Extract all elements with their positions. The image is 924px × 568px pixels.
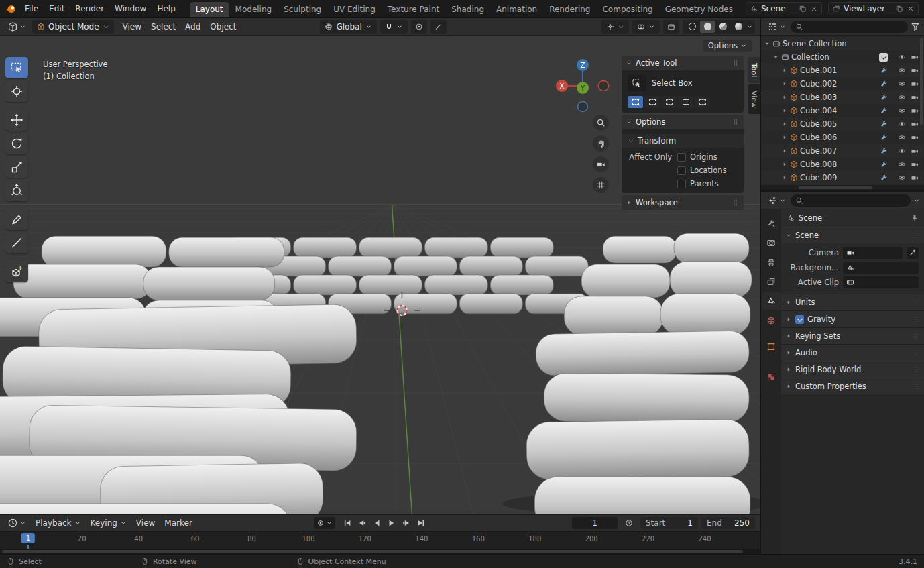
camera-view-icon[interactable]: [593, 156, 609, 172]
modifier-wrench-icon[interactable]: [880, 120, 888, 128]
modifier-wrench-icon[interactable]: [880, 160, 888, 168]
workspace-tab-uv-editing[interactable]: UV Editing: [327, 2, 382, 17]
blender-logo-icon[interactable]: [5, 3, 16, 15]
overlays-dropdown[interactable]: [632, 20, 660, 34]
grip-icon[interactable]: [732, 59, 740, 67]
checkbox-origins[interactable]: Origins: [677, 152, 738, 162]
rotate-tool[interactable]: [5, 133, 28, 154]
outliner-search-input[interactable]: [806, 22, 903, 31]
hide-eye-icon[interactable]: [898, 147, 906, 155]
tab-output[interactable]: [762, 253, 781, 271]
timeline-ruler[interactable]: 120406080100120140160180200220240: [0, 531, 760, 549]
section-checkbox[interactable]: [795, 315, 804, 324]
checkbox-locations[interactable]: Locations: [677, 166, 738, 175]
checkbox-box[interactable]: [677, 153, 686, 162]
active-tool-header[interactable]: Active Tool: [622, 56, 744, 70]
outliner-row-cube-008[interactable]: Cube.008: [761, 158, 924, 171]
camera-visibility-icon[interactable]: [911, 120, 919, 128]
section-header-audio[interactable]: Audio: [781, 345, 924, 361]
modifier-wrench-icon[interactable]: [880, 133, 888, 141]
tab-texture[interactable]: [762, 368, 781, 386]
checkbox-parents[interactable]: Parents: [677, 179, 738, 188]
outliner-row-scene-collection[interactable]: Scene Collection: [761, 37, 924, 50]
viewlayer-remove-icon[interactable]: [907, 5, 915, 13]
timeline-editor-type-button[interactable]: [5, 517, 28, 529]
shading-wireframe-button[interactable]: [685, 21, 699, 33]
properties-search[interactable]: [791, 194, 911, 207]
modifier-wrench-icon[interactable]: [880, 66, 888, 74]
prev-keyframe-button[interactable]: [355, 517, 369, 529]
shading-material-button[interactable]: [715, 21, 730, 33]
outliner-row-cube-006[interactable]: Cube.006: [761, 131, 924, 144]
disclosure-icon[interactable]: [764, 40, 772, 47]
xray-toggle[interactable]: [663, 20, 679, 34]
camera-visibility-icon[interactable]: [911, 107, 919, 115]
viewlayer-new-icon[interactable]: [895, 5, 903, 13]
menu-help[interactable]: Help: [152, 2, 180, 15]
outliner-row-cube-007[interactable]: Cube.007: [761, 144, 924, 158]
tab-object[interactable]: [762, 338, 781, 355]
checkbox-box[interactable]: [677, 166, 686, 175]
checkbox-box[interactable]: [677, 180, 686, 188]
viewlayer-selector[interactable]: ViewLayer: [828, 2, 919, 15]
jump-to-end-button[interactable]: [414, 517, 428, 529]
hide-eye-icon[interactable]: [898, 174, 906, 182]
modifier-wrench-icon[interactable]: [880, 147, 888, 155]
properties-editor-type-button[interactable]: [765, 194, 788, 207]
shading-rendered-button[interactable]: [731, 21, 746, 33]
workspace-tab-compositing[interactable]: Compositing: [596, 2, 658, 17]
auto-keying-button[interactable]: [314, 517, 335, 529]
proportional-edit-toggle[interactable]: [411, 20, 427, 34]
outliner-hscrollbar[interactable]: [761, 185, 924, 190]
eyedropper-icon[interactable]: [907, 247, 919, 259]
hide-eye-icon[interactable]: [898, 53, 906, 61]
camera-visibility-icon[interactable]: [911, 93, 919, 101]
viewport-menu-object[interactable]: Object: [205, 20, 241, 34]
orthographic-toggle-icon[interactable]: [593, 177, 609, 193]
modifier-wrench-icon[interactable]: [880, 174, 888, 182]
select-mode-extend[interactable]: [644, 96, 660, 108]
section-header-gravity[interactable]: Gravity: [781, 311, 924, 327]
camera-visibility-icon[interactable]: [911, 133, 919, 141]
disclosure-icon[interactable]: [781, 80, 789, 87]
transform-tool[interactable]: [5, 180, 28, 201]
modifier-wrench-icon[interactable]: [880, 107, 888, 115]
timeline-scrollbar[interactable]: [0, 549, 760, 554]
field-camera[interactable]: [843, 247, 903, 259]
scale-tool[interactable]: [5, 156, 28, 178]
outliner-row-cube-009[interactable]: Cube.009: [761, 171, 924, 184]
select-mode-set[interactable]: [628, 96, 643, 108]
disclosure-icon[interactable]: [781, 67, 789, 74]
scene-unlink-icon[interactable]: [810, 5, 818, 13]
disclosure-icon[interactable]: [781, 107, 789, 114]
section-header-custom-properties[interactable]: Custom Properties: [781, 378, 924, 394]
disclosure-icon[interactable]: [781, 121, 789, 127]
scene-section-header[interactable]: Scene: [781, 227, 924, 243]
grip-icon[interactable]: [912, 298, 920, 306]
grip-icon[interactable]: [912, 382, 920, 390]
workspace-tab-sculpting[interactable]: Sculpting: [278, 2, 327, 17]
grip-icon[interactable]: [912, 231, 920, 239]
outliner-row-cube-003[interactable]: Cube.003: [761, 91, 924, 104]
field-backgroun[interactable]: [843, 262, 919, 274]
shading-solid-button[interactable]: [700, 21, 715, 33]
workspace-tab-modeling[interactable]: Modeling: [229, 2, 278, 17]
grip-icon[interactable]: [912, 332, 920, 340]
disclosure-icon[interactable]: [772, 54, 781, 60]
hide-eye-icon[interactable]: [898, 66, 906, 74]
play-reverse-button[interactable]: [370, 517, 384, 529]
options-header[interactable]: Options: [622, 115, 744, 129]
playback-sync-icon[interactable]: [621, 516, 637, 530]
camera-visibility-icon[interactable]: [911, 80, 919, 88]
navigation-gizmo[interactable]: Z X Y: [554, 57, 612, 115]
properties-search-input[interactable]: [806, 196, 906, 205]
grip-icon[interactable]: [912, 315, 920, 323]
workspace-tab-animation[interactable]: Animation: [490, 2, 543, 17]
menu-render[interactable]: Render: [70, 2, 109, 15]
hide-eye-icon[interactable]: [898, 93, 906, 101]
outliner-row-cube-005[interactable]: Cube.005: [761, 117, 924, 131]
menu-window[interactable]: Window: [109, 2, 152, 15]
viewport-menu-view[interactable]: View: [118, 20, 146, 34]
properties-options-icon[interactable]: [913, 197, 920, 204]
outliner-row-cube-004[interactable]: Cube.004: [761, 104, 924, 117]
